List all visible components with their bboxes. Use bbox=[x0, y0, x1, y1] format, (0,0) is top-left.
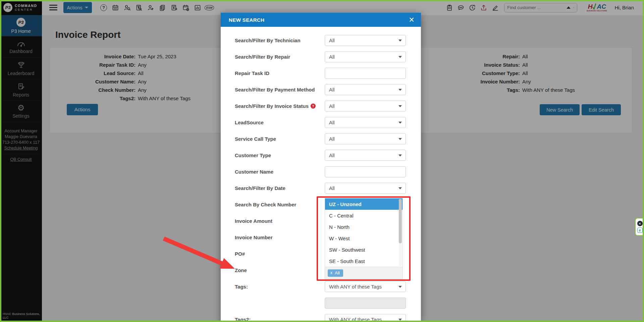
help-icon[interactable]: ? bbox=[311, 104, 316, 109]
repair-task-id-input[interactable] bbox=[325, 68, 406, 79]
modal-header: NEW SEARCH × bbox=[221, 13, 421, 27]
chevron-down-icon bbox=[398, 187, 402, 189]
extension-flyout: ✕ e bbox=[635, 218, 644, 236]
chevron-down-icon bbox=[398, 40, 402, 42]
zone-dropdown-list: UZ - Unzoned C - Central N - North W - W… bbox=[325, 198, 403, 279]
field-label: Search By Check Number bbox=[235, 202, 325, 207]
customer-name-input[interactable] bbox=[325, 166, 406, 177]
customer-type-select[interactable]: All bbox=[325, 150, 406, 161]
field-label: Zone bbox=[235, 267, 325, 273]
chevron-down-icon bbox=[398, 154, 402, 156]
service-call-type-select[interactable]: All bbox=[325, 133, 406, 144]
field-label: Customer Type bbox=[235, 152, 325, 158]
tags2-mode-select[interactable]: With ANY of these Tags bbox=[325, 314, 406, 322]
field-label: Service Call Type bbox=[235, 136, 325, 142]
new-search-modal: NEW SEARCH × Search/Filter By Technician… bbox=[221, 13, 421, 322]
technician-select[interactable]: All bbox=[325, 35, 406, 46]
zone-option[interactable]: UZ - Unzoned bbox=[325, 198, 402, 210]
scrollbar-thumb[interactable] bbox=[399, 199, 402, 243]
field-label: Tags2: bbox=[235, 317, 325, 322]
zone-all-chip[interactable]: x All bbox=[328, 269, 343, 277]
zone-option[interactable]: C - Central bbox=[325, 210, 402, 221]
chevron-down-icon bbox=[398, 89, 402, 91]
zone-option[interactable]: N - North bbox=[325, 221, 402, 233]
zone-option[interactable]: SE - South East bbox=[325, 255, 402, 267]
close-icon[interactable]: ✕ bbox=[637, 221, 643, 226]
field-label: Invoice Number bbox=[235, 235, 325, 240]
field-label: LeadSource bbox=[235, 120, 325, 125]
repair-select[interactable]: All bbox=[325, 51, 406, 62]
payment-method-select[interactable]: All bbox=[325, 84, 406, 95]
field-label: Search/Filter By Technician bbox=[235, 38, 325, 43]
field-label: Search/Filter By Date bbox=[235, 185, 325, 191]
field-label: Search/Filter By Repair bbox=[235, 54, 325, 60]
scrollbar[interactable] bbox=[399, 199, 402, 266]
field-label: Repair Task ID bbox=[235, 70, 325, 76]
chevron-down-icon bbox=[398, 138, 402, 140]
close-icon[interactable]: × bbox=[409, 15, 414, 24]
field-label: Customer Name bbox=[235, 169, 325, 175]
zone-option[interactable]: W - West bbox=[325, 233, 402, 244]
modal-title: NEW SEARCH bbox=[229, 17, 265, 23]
field-label: Invoice Amount bbox=[235, 218, 325, 224]
date-filter-select[interactable]: All bbox=[325, 183, 406, 194]
chevron-down-icon bbox=[398, 122, 402, 124]
chevron-down-icon bbox=[398, 286, 402, 288]
field-label: Tags: bbox=[235, 284, 325, 289]
field-label: Search/Filter By Payment Method bbox=[235, 87, 325, 92]
chevron-down-icon bbox=[398, 319, 402, 321]
chevron-down-icon bbox=[398, 105, 402, 107]
tags-input[interactable] bbox=[325, 298, 406, 309]
chevron-down-icon bbox=[398, 56, 402, 58]
remove-tag-icon[interactable]: x bbox=[330, 270, 332, 275]
tags-mode-select[interactable]: With ANY of these Tags bbox=[325, 281, 406, 292]
extension-logo-icon[interactable]: e bbox=[637, 228, 643, 233]
zone-option[interactable]: SW - Southwest bbox=[325, 244, 402, 255]
field-label: Search/Filter By Invoice Status? bbox=[235, 103, 325, 109]
invoice-status-select[interactable]: All bbox=[325, 101, 406, 112]
lead-source-select[interactable]: All bbox=[325, 117, 406, 128]
app-root: P3 COMMAND CENTER Actions ? $ bbox=[0, 0, 644, 322]
field-label: PO# bbox=[235, 251, 325, 257]
